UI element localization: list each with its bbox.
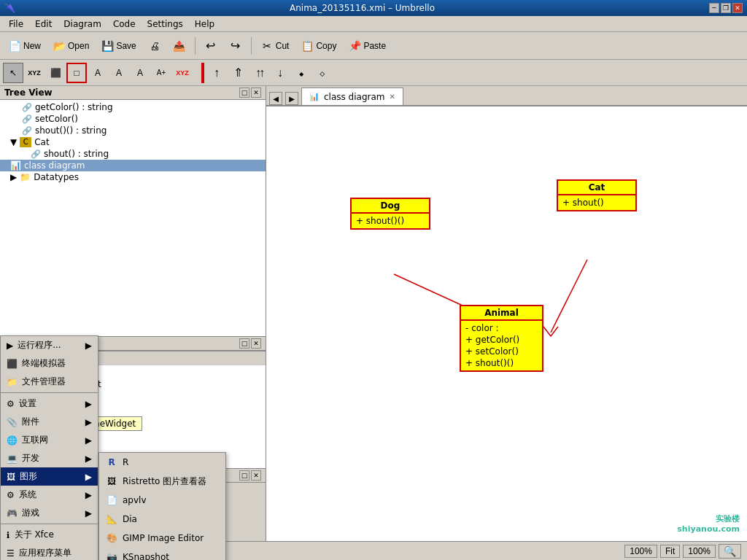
internet-icon: 🌐 [7, 435, 18, 446]
run-icon: ▶ [7, 341, 13, 351]
ctx-run-program[interactable]: ▶ 运行程序... ▶ [1, 336, 98, 354]
context-menu-overlay[interactable]: ▶ 运行程序... ▶ ⬛ 终端模拟器 📁 文件管理器 ⚙ 设置 ▶ 📎 附件 … [0, 0, 747, 560]
terminal-icon: ⬛ [7, 359, 18, 369]
sub-ristretto[interactable]: 🖼 Ristretto 图片查看器 [99, 472, 225, 491]
filemanager-icon: 📁 [7, 377, 18, 387]
submenu: R R 🖼 Ristretto 图片查看器 📄 apvlv 📐 Dia 🎨 GI… [98, 452, 226, 560]
submenu-arrow: ▶ [85, 417, 92, 427]
ctx-system[interactable]: ⚙ 系统 ▶ [1, 486, 98, 504]
submenu-arrow: ▶ [85, 472, 92, 482]
ctx-terminal[interactable]: ⬛ 终端模拟器 [1, 354, 98, 373]
gimp-icon: 🎨 [105, 532, 118, 545]
ctx-internet[interactable]: 🌐 互联网 ▶ [1, 431, 98, 449]
submenu-arrow: ▶ [85, 490, 92, 500]
graphics-icon: 🖼 [7, 472, 15, 482]
ctx-about-xfce[interactable]: ℹ 关于 Xfce [1, 526, 98, 544]
ctx-games[interactable]: 🎮 游戏 ▶ [1, 504, 98, 522]
submenu-arrow: ▶ [85, 399, 92, 409]
context-menu: ▶ 运行程序... ▶ ⬛ 终端模拟器 📁 文件管理器 ⚙ 设置 ▶ 📎 附件 … [0, 335, 98, 560]
games-icon: 🎮 [7, 508, 18, 518]
ctx-separator-2 [1, 524, 98, 524]
submenu-arrow: ▶ [85, 454, 92, 464]
sub-ksnapshot[interactable]: 📷 KSnapshot [99, 548, 225, 560]
system-icon: ⚙ [7, 490, 15, 500]
submenu-arrow: ▶ [85, 341, 92, 351]
about-icon: ℹ [7, 530, 10, 540]
accessories-icon: 📎 [7, 417, 18, 427]
ctx-accessories[interactable]: 📎 附件 ▶ [1, 413, 98, 431]
submenu-arrow: ▶ [85, 508, 92, 518]
ksnapshot-icon: 📷 [105, 551, 118, 560]
ristretto-icon: 🖼 [105, 475, 118, 488]
ctx-settings[interactable]: ⚙ 设置 ▶ [1, 394, 98, 413]
ctx-app-menu[interactable]: ☰ 应用程序菜单 [1, 544, 98, 560]
settings-icon: ⚙ [7, 399, 15, 409]
sub-dia[interactable]: 📐 Dia [99, 510, 225, 529]
sub-gimp[interactable]: 🎨 GIMP Image Editor [99, 529, 225, 548]
app-menu-icon: ☰ [7, 548, 15, 559]
dia-icon: 📐 [105, 513, 118, 526]
submenu-arrow: ▶ [85, 435, 92, 446]
r-icon: R [105, 456, 118, 469]
ctx-development[interactable]: 💻 开发 ▶ [1, 449, 98, 467]
apvlv-icon: 📄 [105, 494, 118, 507]
development-icon: 💻 [7, 454, 18, 464]
sub-apvlv[interactable]: 📄 apvlv [99, 491, 225, 510]
ctx-separator-1 [1, 392, 98, 393]
sub-r[interactable]: R R [99, 453, 225, 472]
ctx-graphics[interactable]: 🖼 图形 ▶ [1, 467, 98, 486]
ctx-filemanager[interactable]: 📁 文件管理器 [1, 373, 98, 391]
